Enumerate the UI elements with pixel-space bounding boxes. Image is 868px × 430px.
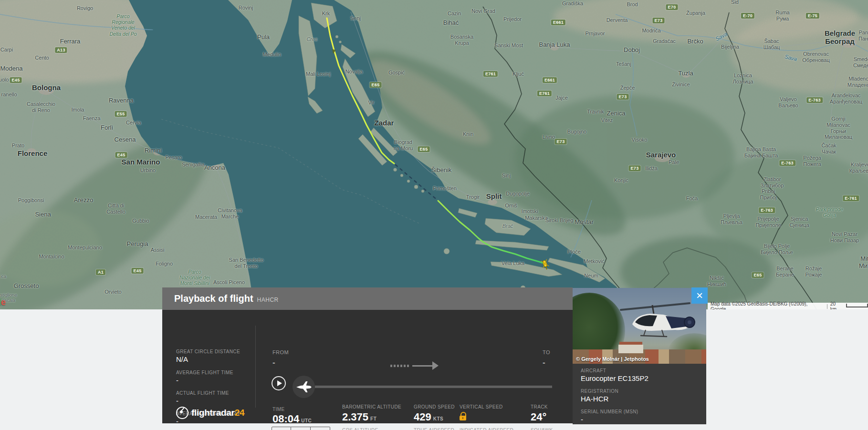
map-label: Vela Luka	[502, 260, 524, 266]
aircraft-panel: © Gergely Molnár | Jetphotos AIRCRAFTEur…	[573, 288, 706, 424]
metric-unit: KTS	[433, 416, 444, 421]
metric-cell: INDICATED AIRSPEED	[460, 428, 513, 430]
map-label: Rovinj	[239, 5, 253, 11]
map-label: ranello	[1, 92, 17, 98]
map-label: Foča	[686, 195, 698, 202]
metric-cell: VERTICAL SPEED	[460, 404, 503, 422]
map-label: Pesaro	[166, 154, 182, 161]
map-label: Cesena	[115, 136, 136, 143]
map-label: Park prirode Golija	[816, 206, 843, 218]
map-label: Nikšić Никшић	[707, 275, 726, 287]
map-label: Livno	[543, 134, 555, 140]
map-label: Šabac Шабац	[763, 38, 780, 51]
map-label: Brod	[627, 1, 638, 8]
map-label: Ploče	[567, 249, 581, 255]
map-label: Medulin	[263, 51, 282, 58]
map-label: Civitanova Marche	[218, 207, 242, 220]
road-badge: E661	[551, 20, 565, 25]
map-label: Knin	[463, 131, 473, 137]
map-label: Banja Luka	[539, 41, 570, 48]
map-label: Pula	[257, 33, 270, 41]
center-aircraft-button[interactable]	[272, 427, 291, 430]
map-label: Imola	[72, 107, 84, 113]
map-label: Šibenik	[431, 166, 452, 174]
map-label: Ferrara	[60, 38, 81, 45]
page: RovigoParco Regionale Veneto del Delta d…	[0, 0, 868, 430]
map-label: Poggibonsi	[18, 197, 44, 204]
metric-label: TRACK	[531, 404, 548, 410]
map-label: Prijepolje Пријеполе	[755, 216, 781, 228]
map-label: Primošten	[433, 185, 457, 192]
metric-label: GROUND SPEED	[414, 404, 455, 410]
metric-cell: GPS ALTITUDE	[342, 428, 378, 430]
map-label: Brčko	[687, 38, 703, 45]
map-label: Novalja	[345, 69, 363, 75]
map-label: Vitez	[601, 117, 613, 123]
map-label: Senigallia	[182, 162, 205, 168]
map-label: Biograd na Moru	[394, 139, 413, 152]
road-badge: E761	[483, 71, 498, 77]
map-label: Konjic	[614, 177, 628, 184]
route-view-button[interactable]	[291, 427, 311, 430]
map-label: Montepulciano	[68, 245, 102, 251]
map-label: Derventa	[607, 17, 628, 23]
map-label: Sjenica Сјеница	[789, 216, 809, 228]
map-label: Città di Castello	[106, 203, 125, 215]
road-badge: A13	[55, 47, 67, 53]
map-label: Urbino	[140, 167, 156, 174]
road-badge: E761	[537, 91, 552, 96]
map-label: Orvieto	[105, 289, 121, 295]
map-label: Vir	[368, 100, 374, 106]
google-logo: gle	[0, 297, 6, 307]
map-label: Cento	[35, 55, 49, 61]
map-label: Priboj Прибој	[760, 188, 776, 201]
playback-header: Playback of flightHAHCR	[162, 287, 573, 310]
metric-cell: BAROMETRIC ALTITUDE2.375FT	[342, 404, 401, 423]
altitude-chart-button[interactable]	[311, 427, 330, 430]
road-badge: E65	[752, 272, 764, 278]
map-label: Tešanj	[616, 61, 631, 67]
map-label: Rovigo	[77, 5, 93, 11]
road-badge: E661	[543, 77, 557, 83]
map-label: Brač	[502, 223, 513, 229]
playback-title: Playback of flightHAHCR	[174, 293, 279, 304]
metric-cell: TRUE AIRSPEED	[414, 428, 454, 430]
aircraft-photo[interactable]: © Gergely Molnár | Jetphotos	[573, 288, 706, 364]
map-label: Novi Grad	[471, 8, 495, 14]
map-label: Imotski	[522, 208, 538, 215]
aircraft-field-value: -	[581, 415, 648, 423]
map-label: Berane Беране	[776, 266, 794, 278]
metric-cell: SQUAWK	[531, 428, 553, 430]
map-label: Faenza	[83, 115, 101, 122]
map-label: Neum	[584, 273, 598, 279]
road-badge: A1	[96, 269, 105, 275]
road-badge: E73	[629, 165, 641, 171]
map-label: Bihać	[443, 19, 459, 26]
map-label: Gubbio	[132, 218, 149, 224]
map-label: Jajce	[555, 95, 568, 101]
metric-label: BAROMETRIC ALTITUDE	[342, 404, 401, 410]
map-attribution: Map data ©2025 GeoBasis-DE/BKG (©2009), …	[708, 303, 868, 309]
close-button[interactable]: ×	[691, 287, 708, 304]
map-label: Požega Пожега	[803, 155, 821, 167]
map-label: Mostar	[575, 218, 594, 225]
lock-icon[interactable]	[460, 412, 467, 420]
map-label: Prato	[12, 143, 24, 149]
road-badge: E73	[653, 18, 665, 23]
map-label: Prnjavor	[586, 31, 605, 37]
map-label: Široki Brijeg	[545, 217, 574, 224]
road-badge: E-75	[806, 13, 819, 19]
map-label: Modriča	[642, 28, 660, 34]
map-label: Belgrade Београд	[825, 29, 855, 46]
metric-value: 2.375	[342, 411, 368, 423]
map-label: Split	[486, 192, 502, 200]
flight-metrics: BAROMETRIC ALTITUDE2.375FTGPS ALTITUDEGR…	[162, 310, 573, 423]
map-label: Pale	[669, 159, 679, 165]
map-label: Gospić	[388, 70, 405, 76]
map[interactable]: RovigoParco Regionale Veneto del Delta d…	[0, 0, 868, 309]
map-label: Bijeljina	[721, 44, 739, 50]
map-label: Ključ	[512, 71, 524, 77]
metric-cell: GROUND SPEED429KTS	[414, 404, 455, 423]
map-label: Parco Regionale Veneto del Delta del Po	[109, 13, 136, 37]
map-label: Tuzla	[678, 70, 693, 77]
